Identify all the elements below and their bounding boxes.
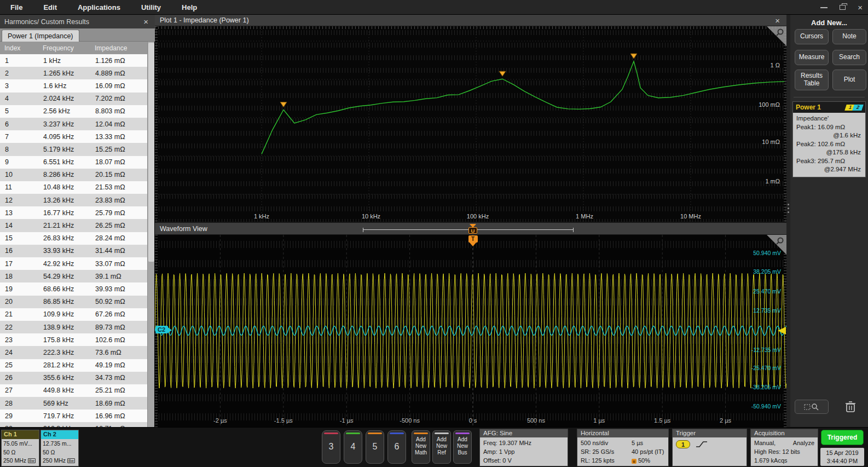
y-axis-label: 100 mΩ xyxy=(759,101,780,108)
table-row[interactable]: 63.237 kHz12.04 mΩ xyxy=(0,118,148,130)
channel2-reference-badge[interactable]: C2 xyxy=(155,326,168,333)
table-row[interactable]: 23175.8 kHz102.6 mΩ xyxy=(0,333,148,346)
trigger-section[interactable]: Trigger 1 xyxy=(672,429,747,466)
divider-handle-icon[interactable] xyxy=(788,204,789,213)
peak-marker-icon[interactable] xyxy=(499,71,506,76)
menu-applications[interactable]: Applications xyxy=(67,3,131,11)
impedance-plot-area[interactable]: 1 Ω100 mΩ10 mΩ1 mΩ1 kHz10 kHz100 kHz1 MH… xyxy=(155,26,786,222)
menu-edit[interactable]: Edit xyxy=(33,3,67,11)
channel-badge-1[interactable]: Ch 175.05 mV...50 Ω250 MHzBw xyxy=(1,430,39,466)
power1-results-badge[interactable]: Power 1 1 2 Impedance' Peak1: 16.09 mΩ@1… xyxy=(792,101,866,177)
trigger-position-marker[interactable]: T xyxy=(466,235,479,246)
time-label: -1.5 µs xyxy=(274,417,293,424)
results-panel-close-icon[interactable]: × xyxy=(141,17,151,26)
acquisition-section[interactable]: Acquisition Manual, Analyze High Res: 12… xyxy=(750,429,818,466)
menu-bar: FileEditApplicationsUtilityHelp × xyxy=(0,0,868,15)
table-row[interactable]: 1110.48 kHz21.53 mΩ xyxy=(0,181,148,194)
cell-impedance: 31.44 mΩ xyxy=(90,247,148,255)
cell-frequency: 222.3 kHz xyxy=(38,349,90,356)
cell-index: 24 xyxy=(0,349,38,356)
table-row[interactable]: 27449.8 kHz25.21 mΩ xyxy=(0,384,148,397)
channel-4-button[interactable]: 4 xyxy=(344,430,362,464)
table-row[interactable]: 52.56 kHz8.803 mΩ xyxy=(0,105,148,118)
table-row[interactable]: 11 kHz1.126 mΩ xyxy=(0,54,148,67)
table-row[interactable]: 1633.93 kHz31.44 mΩ xyxy=(0,245,148,257)
table-row[interactable]: 1213.26 kHz23.83 mΩ xyxy=(0,194,148,206)
add-new-search-button[interactable]: Search xyxy=(832,50,866,65)
plot-close-icon[interactable]: × xyxy=(773,16,782,25)
add-new-cursors-button[interactable]: Cursors xyxy=(795,29,829,44)
menu-file[interactable]: File xyxy=(0,3,33,11)
add-new-ref-button[interactable]: AddNewRef xyxy=(432,430,451,464)
add-new-measure-button[interactable]: Measure xyxy=(795,50,829,65)
menu-utility[interactable]: Utility xyxy=(131,3,171,11)
peak-marker-icon[interactable] xyxy=(630,54,637,59)
channel-badge-2[interactable]: Ch 212.735 m...50 Ω250 MHzBw xyxy=(40,430,79,466)
minimize-icon[interactable] xyxy=(820,7,828,8)
channel-6-button[interactable]: 6 xyxy=(387,430,406,464)
add-new-plot-button[interactable]: Plot xyxy=(832,70,866,90)
cell-index: 21 xyxy=(0,310,38,318)
table-row[interactable]: 85.179 kHz15.25 mΩ xyxy=(0,143,148,155)
triggered-status-button[interactable]: Triggered xyxy=(821,430,864,445)
table-row[interactable]: 30910.3 kHz16.71 mΩ xyxy=(0,422,148,427)
tab-power1-impedance[interactable]: Power 1 (Impedance) xyxy=(2,30,79,42)
plot-title-bar[interactable]: Plot 1 - Impedance (Power 1) × xyxy=(155,15,786,26)
results-panel-header[interactable]: Harmonics/ Custom Results × xyxy=(0,15,155,28)
cell-index: 27 xyxy=(0,387,38,394)
cell-frequency: 42.92 kHz xyxy=(38,260,90,268)
trigger-level-arrow-icon[interactable] xyxy=(778,327,786,335)
table-row[interactable]: 29719.7 kHz16.96 mΩ xyxy=(0,410,148,422)
delete-button[interactable] xyxy=(840,399,861,415)
restore-icon[interactable] xyxy=(840,5,846,10)
table-row[interactable]: 1742.92 kHz33.07 mΩ xyxy=(0,257,148,270)
add-new-results-table-button[interactable]: Results Table xyxy=(795,70,829,90)
table-row[interactable]: 26355.6 kHz34.73 mΩ xyxy=(0,372,148,384)
add-color-stripe xyxy=(435,433,449,434)
table-row[interactable]: 1526.83 kHz28.24 mΩ xyxy=(0,232,148,245)
menu-help[interactable]: Help xyxy=(171,3,207,11)
time-label: -2 µs xyxy=(213,417,227,424)
channel-3-button[interactable]: 3 xyxy=(322,430,340,464)
table-row[interactable]: 1968.66 kHz39.93 mΩ xyxy=(0,282,148,295)
table-row[interactable]: 42.024 kHz7.202 mΩ xyxy=(0,93,148,105)
right-panel-divider xyxy=(794,97,865,97)
add-new-bus-button[interactable]: AddNewBus xyxy=(453,430,472,464)
afg-section[interactable]: AFG: Sine Freq: 19.307 MHz Amp: 1 Vpp Of… xyxy=(479,429,568,466)
table-row[interactable]: 1854.29 kHz39.1 mΩ xyxy=(0,270,148,282)
table-row[interactable]: 22138.9 kHz89.73 mΩ xyxy=(0,321,148,333)
table-row[interactable]: 74.095 kHz13.33 mΩ xyxy=(0,130,148,143)
table-row[interactable]: 96.551 kHz18.07 mΩ xyxy=(0,156,148,169)
cell-frequency: 449.8 kHz xyxy=(38,387,90,394)
channel-name: Ch 1 xyxy=(2,430,39,439)
channel-number: 4 xyxy=(344,442,362,452)
cell-frequency: 281.2 kHz xyxy=(38,361,90,369)
table-row[interactable]: 24222.3 kHz73.6 mΩ xyxy=(0,346,148,359)
table-row[interactable]: 108.286 kHz20.15 mΩ xyxy=(0,169,148,181)
results-scrollbar-thumb[interactable] xyxy=(148,43,154,262)
add-new-note-button[interactable]: Note xyxy=(832,29,866,44)
table-row[interactable]: 25281.2 kHz49.19 mΩ xyxy=(0,359,148,372)
peak-marker-icon[interactable] xyxy=(280,102,287,107)
channel-line: 50 Ω xyxy=(3,448,37,457)
expansion-point-marker[interactable]: U xyxy=(466,224,479,234)
panel-divider[interactable] xyxy=(786,15,790,427)
table-row[interactable]: 31.6 kHz16.09 mΩ xyxy=(0,79,148,92)
time-label: 1.5 µs xyxy=(654,417,670,424)
horizontal-section[interactable]: Horizontal 500 ns/div 5 µs SR: 25 GS/s 4… xyxy=(577,429,669,466)
table-row[interactable]: 2086.85 kHz50.92 mΩ xyxy=(0,296,148,308)
cell-frequency: 2.56 kHz xyxy=(38,107,90,115)
table-row[interactable]: 1316.77 kHz25.79 mΩ xyxy=(0,206,148,219)
waveform-title-bar[interactable]: Waveform View U xyxy=(155,223,786,235)
table-row[interactable]: 21.265 kHz4.889 mΩ xyxy=(0,67,148,79)
add-new-math-button[interactable]: AddNewMath xyxy=(412,430,430,464)
waveform-area[interactable]: T C2 50.940 mV38.205 mV25.470 mV12.735 m… xyxy=(155,235,786,427)
zoom-mode-button[interactable] xyxy=(795,400,829,414)
results-scrollbar[interactable] xyxy=(147,42,154,427)
cell-frequency: 138.9 kHz xyxy=(38,324,90,331)
table-row[interactable]: 1421.21 kHz26.25 mΩ xyxy=(0,219,148,232)
channel-5-button[interactable]: 5 xyxy=(366,430,384,464)
table-row[interactable]: 28569 kHz18.69 mΩ xyxy=(0,397,148,410)
close-icon[interactable]: × xyxy=(858,3,863,11)
table-row[interactable]: 21109.9 kHz67.26 mΩ xyxy=(0,308,148,321)
